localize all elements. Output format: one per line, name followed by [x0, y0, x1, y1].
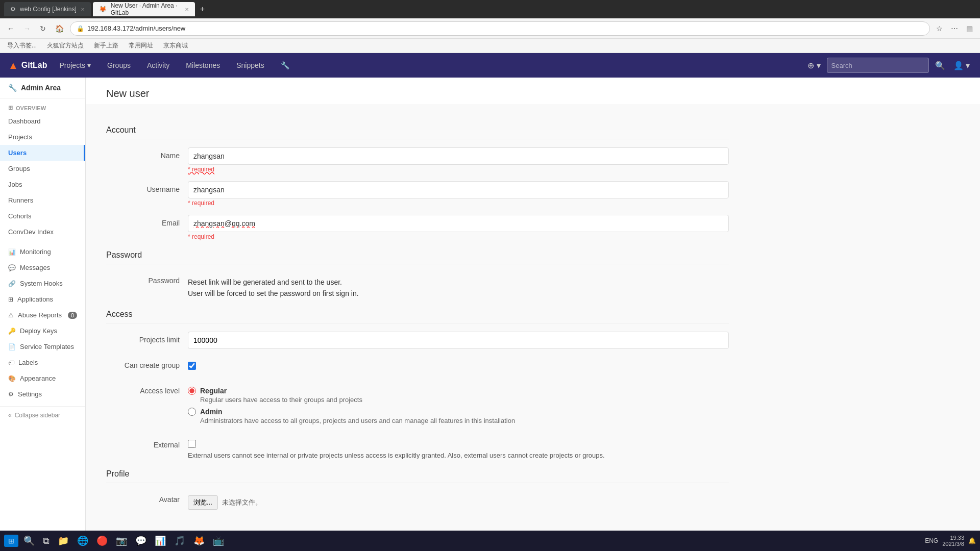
bookmark-firefox[interactable]: 火狐官方站点	[44, 40, 87, 51]
name-input[interactable]	[188, 147, 729, 165]
sidebar-item-settings[interactable]: ⚙ Settings	[0, 386, 85, 402]
sidebar-item-applications[interactable]: ⊞ Applications	[0, 291, 85, 307]
password-section-header: Password	[106, 251, 729, 264]
admin-area-header: 🔧 Admin Area	[0, 78, 85, 98]
bookmark-newbie[interactable]: 新手上路	[91, 40, 121, 51]
browser-tab-gitlab[interactable]: 🦊 New User · Admin Area · GitLab ✕	[93, 2, 195, 16]
regular-radio-desc: Regular users have access to their group…	[200, 396, 729, 404]
overview-icon: ⊞	[8, 105, 13, 111]
gitlab-logo[interactable]: ▲ GitLab	[8, 60, 47, 71]
can-create-group-row: Can create group	[106, 357, 729, 374]
admin-radio-desc: Administrators have access to all groups…	[200, 417, 729, 424]
name-required: * required	[188, 166, 729, 173]
search-input[interactable]	[827, 58, 929, 73]
sidebar-item-monitoring[interactable]: 📊 Monitoring	[0, 244, 85, 260]
email-required: * required	[188, 233, 729, 240]
projects-limit-label: Projects limit	[106, 332, 188, 344]
tab-title: New User · Admin Area · GitLab	[111, 2, 181, 16]
gitlab-icon: ▲	[8, 60, 18, 71]
nav-milestones[interactable]: Milestones	[182, 59, 224, 71]
forward-button[interactable]: →	[20, 22, 34, 35]
bookmark-button[interactable]: ☆	[933, 22, 946, 35]
sidebar-item-deploy-keys[interactable]: 🔑 Deploy Keys	[0, 323, 85, 339]
name-required-text: * required	[188, 166, 214, 173]
nav-projects[interactable]: Projects ▾	[55, 59, 95, 71]
admin-radio-label[interactable]: Admin	[188, 408, 729, 416]
admin-icon: 🔧	[8, 84, 17, 92]
sidebar-toggle[interactable]: ▤	[963, 22, 976, 35]
bookmark-jd[interactable]: 京东商城	[160, 40, 191, 51]
search-submit[interactable]: 🔍	[933, 59, 947, 72]
password-note-2: User will be forced to set the password …	[188, 288, 729, 299]
admin-radio-option: Admin Administrators have access to all …	[188, 408, 729, 424]
overview-section-header: ⊞ Overview	[0, 101, 85, 113]
sidebar-item-projects[interactable]: Projects	[0, 129, 85, 145]
external-checkbox[interactable]	[188, 440, 196, 448]
gitlab-wordmark: GitLab	[21, 61, 47, 70]
external-desc: External users cannot see internal or pr…	[188, 452, 729, 459]
access-level-label: Access level	[106, 383, 188, 395]
profile-section-header: Profile	[106, 469, 729, 483]
external-label: External	[106, 437, 188, 449]
nav-user-avatar[interactable]: 👤 ▾	[951, 59, 972, 72]
avatar-browse-button[interactable]: 浏览...	[188, 495, 218, 510]
collapse-sidebar[interactable]: « Collapse sidebar	[0, 406, 85, 424]
new-tab-button[interactable]: +	[197, 5, 208, 14]
name-label: Name	[106, 147, 188, 160]
email-input[interactable]	[188, 215, 729, 232]
admin-radio[interactable]	[188, 408, 196, 416]
sidebar-item-messages[interactable]: 💬 Messages	[0, 260, 85, 276]
name-row: Name * required	[106, 147, 729, 173]
browser-tab-jenkins[interactable]: ⚙ web Config [Jenkins] ✕	[4, 2, 91, 16]
abuse-badge: 0	[68, 312, 77, 319]
can-create-group-checkbox[interactable]	[188, 362, 196, 370]
sidebar-item-system-hooks[interactable]: 🔗 System Hooks	[0, 276, 85, 291]
username-required: * required	[188, 199, 729, 207]
sidebar-item-appearance[interactable]: 🎨 Appearance	[0, 370, 85, 386]
sidebar-item-dashboard[interactable]: Dashboard	[0, 113, 85, 129]
username-label: Username	[106, 181, 188, 193]
avatar-row: Avatar 浏览... 未选择文件。	[106, 491, 729, 510]
refresh-button[interactable]: ↻	[37, 22, 49, 35]
url-bar[interactable]: 🔒 192.168.43.172/admin/users/new	[70, 21, 930, 36]
avatar-no-file: 未选择文件。	[222, 498, 262, 507]
sidebar-item-labels[interactable]: 🏷 Labels	[0, 355, 85, 370]
nav-wrench[interactable]: 🔧	[277, 59, 293, 71]
sidebar-item-jobs[interactable]: Jobs	[0, 177, 85, 192]
sidebar-item-service-templates[interactable]: 📄 Service Templates	[0, 339, 85, 355]
sidebar-item-users[interactable]: Users	[0, 145, 85, 161]
menu-button[interactable]: ⋯	[948, 22, 961, 35]
can-create-group-label: Can create group	[106, 357, 188, 369]
sidebar-item-convdev[interactable]: ConvDev Index	[0, 224, 85, 240]
sidebar-item-runners[interactable]: Runners	[0, 192, 85, 208]
sidebar-item-abuse-reports[interactable]: ⚠ Abuse Reports 0	[0, 307, 85, 323]
username-row: Username * required	[106, 181, 729, 207]
nav-plus-button[interactable]: ⊕ ▾	[805, 59, 822, 72]
bookmark-common[interactable]: 常用网址	[126, 40, 156, 51]
sidebar-item-groups[interactable]: Groups	[0, 161, 85, 177]
username-input[interactable]	[188, 181, 729, 198]
tab-title: web Config [Jenkins]	[20, 6, 77, 13]
password-note-1: Reset link will be generated and sent to…	[188, 277, 729, 288]
bookmark-import[interactable]: 导入书签...	[4, 40, 40, 51]
close-tab-gitlab[interactable]: ✕	[185, 7, 189, 12]
admin-title: Admin Area	[21, 84, 61, 92]
regular-radio[interactable]	[188, 387, 196, 395]
close-tab-jenkins[interactable]: ✕	[81, 7, 85, 12]
collapse-label: Collapse sidebar	[15, 412, 60, 419]
regular-radio-label[interactable]: Regular	[188, 387, 729, 395]
nav-snippets[interactable]: Snippets	[232, 59, 268, 71]
back-button[interactable]: ←	[4, 22, 17, 35]
sidebar-item-cohorts[interactable]: Cohorts	[0, 208, 85, 224]
sidebar: 🔧 Admin Area ⊞ Overview Dashboard Projec…	[0, 78, 86, 531]
email-row: Email * required	[106, 215, 729, 240]
projects-limit-input[interactable]	[188, 332, 729, 349]
home-button[interactable]: 🏠	[52, 22, 67, 35]
ssl-icon: 🔒	[77, 25, 84, 32]
email-label: Email	[106, 215, 188, 227]
password-label: Password	[106, 272, 188, 285]
collapse-icon: «	[8, 412, 12, 419]
nav-groups[interactable]: Groups	[103, 59, 135, 71]
nav-activity[interactable]: Activity	[143, 59, 174, 71]
avatar-label: Avatar	[106, 491, 188, 504]
